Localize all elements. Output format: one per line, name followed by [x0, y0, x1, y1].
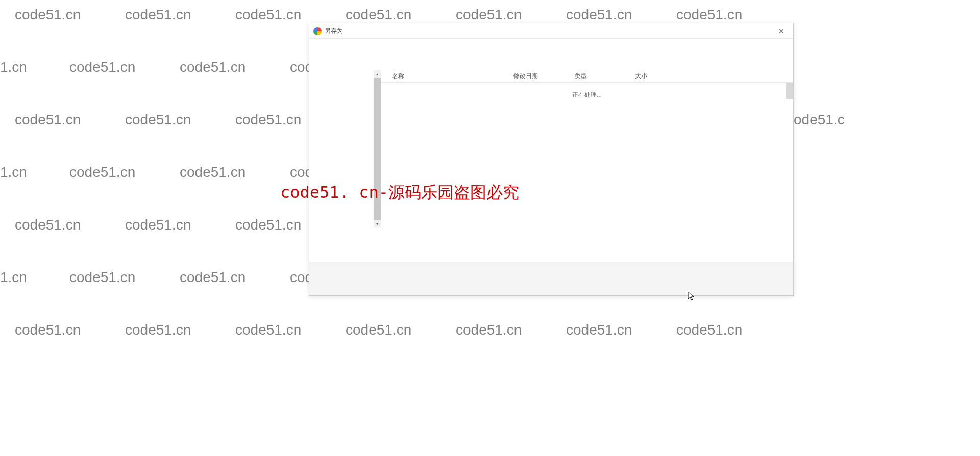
watermark-text: code51.cn	[125, 322, 191, 338]
close-button[interactable]: ✕	[774, 25, 789, 37]
watermark-text: code51.cn	[125, 112, 191, 128]
dialog-footer	[309, 262, 793, 295]
dialog-title: 另存为	[325, 27, 774, 35]
save-as-dialog: 另存为 ✕ ▴ ▾ 名称 修改日期 类型 大小 正在处理...	[309, 23, 794, 296]
watermark-text: code51.cn	[235, 7, 301, 23]
dialog-body: ▴ ▾ 名称 修改日期 类型 大小 正在处理...	[309, 70, 793, 262]
dialog-toolbar	[309, 39, 793, 70]
column-type[interactable]: 类型	[575, 72, 635, 81]
watermark-text: code51.cn	[15, 112, 81, 128]
watermark-text: code51.cn	[566, 322, 632, 338]
watermark-text: code51.cn	[15, 322, 81, 338]
watermark-red-text: code51. cn-源码乐园盗图必究	[280, 182, 519, 204]
navigation-panel: ▴ ▾	[309, 70, 381, 262]
processing-status: 正在处理...	[572, 91, 602, 99]
watermark-text: code51.cn	[676, 322, 742, 338]
watermark-text: code51.cn	[69, 59, 135, 75]
watermark-text: code51.cn	[125, 7, 191, 23]
watermark-text: 1.cn	[0, 59, 27, 75]
watermark-text: code51.cn	[235, 322, 301, 338]
watermark-text: code51.cn	[125, 217, 191, 233]
watermark-text: 1.cn	[0, 269, 27, 286]
watermark-text: code51.cn	[456, 7, 522, 23]
watermark-text: code51.cn	[346, 322, 411, 338]
column-date[interactable]: 修改日期	[513, 72, 575, 81]
column-name[interactable]: 名称	[381, 72, 513, 81]
column-size[interactable]: 大小	[635, 72, 676, 81]
watermark-text: code51.c	[787, 112, 845, 128]
watermark-text: code51.cn	[456, 322, 522, 338]
watermark-text: code51.cn	[69, 164, 135, 181]
watermark-text: code51.cn	[346, 7, 411, 23]
right-scrollbar[interactable]	[786, 83, 793, 99]
file-list: 名称 修改日期 类型 大小 正在处理...	[381, 70, 793, 262]
dialog-titlebar[interactable]: 另存为 ✕	[309, 23, 793, 39]
watermark-text: code51.cn	[180, 59, 246, 75]
watermark-text: code51.cn	[15, 7, 81, 23]
file-list-header: 名称 修改日期 类型 大小	[381, 70, 793, 83]
watermark-text: code51.cn	[235, 217, 301, 233]
file-list-body[interactable]: 正在处理...	[381, 83, 793, 262]
scroll-down-arrow[interactable]: ▾	[374, 220, 381, 227]
chrome-icon	[313, 27, 322, 35]
watermark-text: 1.cn	[0, 164, 27, 181]
watermark-text: code51.cn	[180, 164, 246, 181]
watermark-text: code51.cn	[676, 7, 742, 23]
watermark-text: code51.cn	[235, 112, 301, 128]
watermark-text: code51.cn	[15, 217, 81, 233]
watermark-text: code51.cn	[566, 7, 632, 23]
scroll-up-arrow[interactable]: ▴	[374, 70, 381, 78]
watermark-text: code51.cn	[180, 269, 246, 286]
watermark-text: code51.cn	[69, 269, 135, 286]
